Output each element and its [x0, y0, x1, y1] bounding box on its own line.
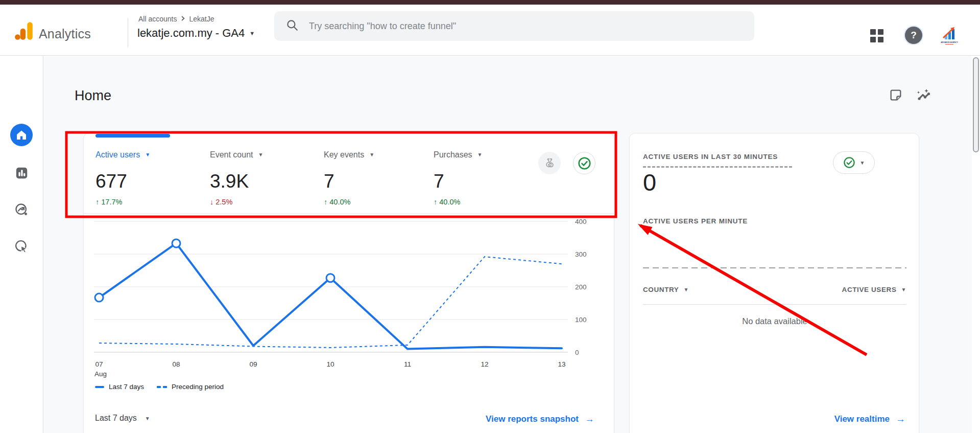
realtime-status-dropdown[interactable]: ▼	[833, 151, 875, 174]
realtime-table-header: COUNTRY ▼ ACTIVE USERS ▼	[643, 286, 906, 293]
svg-text:400: 400	[575, 218, 587, 225]
brand-name: Analytics	[39, 27, 91, 41]
metric-value: 7	[324, 170, 374, 193]
legend-label: Preceding period	[172, 383, 224, 391]
overview-metrics-card: Active users▼ 677 ↑ 17.7% Event count▼ 3…	[83, 133, 614, 433]
property-name: lekatje.com.my - GA4	[137, 27, 245, 40]
realtime-per-minute-label: ACTIVE USERS PER MINUTE	[643, 217, 748, 225]
avatar[interactable]: ADVANCE AGENCY	[938, 24, 961, 47]
search-input[interactable]	[309, 21, 718, 32]
metrics-divider	[84, 213, 615, 214]
metric-delta: ↑ 40.0%	[324, 198, 374, 206]
question-icon: ?	[911, 30, 917, 41]
metric-label: Event count	[210, 150, 253, 160]
sidebar-item-advertising[interactable]	[10, 235, 33, 258]
realtime-card: ACTIVE USERS IN LAST 30 MINUTES ▼ 0 ACTI…	[629, 133, 919, 433]
view-realtime-link[interactable]: View realtime →	[834, 414, 905, 425]
check-circle-icon	[578, 156, 591, 170]
svg-text:12: 12	[481, 360, 488, 368]
chevron-right-icon	[180, 15, 185, 23]
date-range-value: Last 7 days	[95, 414, 137, 423]
metric-value: 677	[95, 170, 150, 193]
sidebar-item-explore[interactable]	[10, 198, 33, 221]
svg-text:07: 07	[95, 360, 103, 368]
feedback-note-button[interactable]	[889, 88, 903, 104]
active-users-trend-chart: 010020030040007080910111213Aug	[84, 215, 615, 384]
reports-icon	[15, 166, 29, 180]
realtime-active-users-value: 0	[643, 168, 656, 196]
arrow-down-icon: ↓	[210, 198, 213, 206]
chevron-down-icon: ▼	[683, 287, 689, 292]
data-quality-button[interactable]	[573, 152, 595, 174]
apps-grid-button[interactable]	[869, 28, 885, 43]
column-header-active-users[interactable]: ACTIVE USERS ▼	[842, 286, 906, 293]
svg-text:10: 10	[326, 360, 334, 368]
explore-icon	[14, 202, 29, 217]
realtime-title-underline	[643, 166, 792, 168]
svg-text:09: 09	[249, 360, 257, 368]
chevron-down-icon: ▼	[258, 150, 264, 160]
chart-legend: Last 7 days Preceding period	[95, 383, 224, 391]
insights-button[interactable]	[915, 88, 934, 105]
realtime-table-header-divider	[643, 304, 906, 305]
metric-delta: ↑ 17.7%	[95, 198, 150, 206]
header-divider	[128, 18, 128, 48]
sidebar-item-home[interactable]	[10, 124, 33, 146]
check-circle-icon	[843, 156, 855, 169]
sidebar-item-reports[interactable]	[10, 162, 33, 184]
metric-label: Key events	[324, 150, 364, 160]
arrow-up-icon: ↑	[324, 198, 327, 206]
realtime-title: ACTIVE USERS IN LAST 30 MINUTES	[643, 153, 778, 161]
scrollbar-thumb[interactable]	[973, 57, 979, 152]
svg-text:08: 08	[172, 360, 180, 368]
metric-label: Active users	[95, 150, 140, 160]
realtime-empty-message: No data available	[643, 316, 906, 326]
apps-grid-icon	[869, 28, 885, 43]
legend-solid-line-swatch	[95, 386, 104, 388]
svg-text:100: 100	[575, 316, 587, 324]
help-button[interactable]: ?	[905, 27, 922, 44]
property-selector[interactable]: lekatje.com.my - GA4 ▼	[137, 27, 255, 40]
svg-text:200: 200	[575, 283, 587, 291]
svg-text:13: 13	[558, 360, 565, 368]
chevron-down-icon: ▼	[145, 416, 150, 421]
chevron-down-icon: ▼	[145, 150, 150, 160]
breadcrumb-all-accounts[interactable]: All accounts	[138, 15, 177, 23]
home-icon	[15, 129, 28, 141]
metric-value: 3.9K	[210, 170, 263, 193]
selected-tab-indicator	[95, 134, 170, 138]
medal-icon	[544, 157, 556, 169]
link-label: View realtime	[834, 414, 890, 424]
arrow-right-icon: →	[896, 414, 905, 425]
arrow-up-icon: ↑	[434, 198, 437, 206]
view-reports-snapshot-link[interactable]: View reports snapshot →	[486, 414, 594, 425]
link-label: View reports snapshot	[486, 414, 579, 424]
breadcrumb: All accounts LekatJe	[138, 15, 214, 23]
metric-tab-key-events[interactable]: Key events▼ 7 ↑ 40.0%	[324, 150, 374, 206]
column-header-country[interactable]: COUNTRY ▼	[643, 286, 689, 293]
chevron-down-icon: ▼	[901, 287, 907, 292]
search-bar[interactable]	[274, 11, 754, 41]
arrow-up-icon: ↑	[95, 198, 99, 206]
metric-tab-event-count[interactable]: Event count▼ 3.9K ↓ 2.5%	[210, 150, 263, 206]
advertising-icon	[14, 239, 29, 254]
chevron-down-icon: ▼	[477, 150, 483, 160]
arrow-right-icon: →	[585, 414, 594, 425]
realtime-empty-sparkline	[643, 267, 906, 268]
chevron-down-icon: ▼	[249, 30, 255, 36]
date-range-dropdown[interactable]: Last 7 days ▼	[95, 414, 150, 423]
svg-text:Aug: Aug	[94, 370, 107, 378]
chevron-down-icon: ▼	[860, 160, 865, 166]
metric-tab-purchases[interactable]: Purchases▼ 7 ↑ 40.0%	[434, 150, 483, 206]
benchmark-medal-button[interactable]	[538, 152, 561, 174]
breadcrumb-account[interactable]: LekatJe	[189, 15, 214, 23]
metric-tab-active-users[interactable]: Active users▼ 677 ↑ 17.7%	[95, 150, 150, 206]
legend-dashed-line-swatch	[157, 386, 167, 388]
metric-label: Purchases	[434, 150, 472, 160]
note-icon	[889, 88, 903, 102]
page-title: Home	[75, 88, 111, 104]
metric-delta: ↓ 2.5%	[210, 198, 263, 206]
analytics-logo-icon	[13, 20, 35, 44]
chevron-down-icon: ▼	[369, 150, 374, 160]
search-icon	[285, 18, 299, 34]
